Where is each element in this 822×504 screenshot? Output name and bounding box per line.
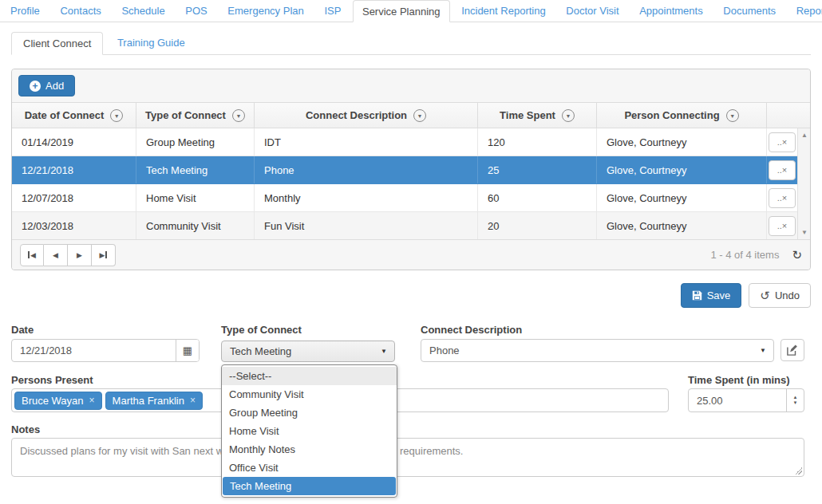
grid-cell: 12/07/2018 — [12, 184, 136, 211]
type-of-connect-dropdown[interactable]: Tech Meeting ▼ — [221, 341, 395, 362]
top-navigation: Profile Contacts Schedule POS Emergency … — [0, 0, 822, 22]
next-page-icon: ▶ — [77, 251, 82, 259]
dropdown-option[interactable]: Home Visit — [222, 422, 397, 440]
undo-button[interactable]: ↺ Undo — [749, 283, 811, 308]
table-row-selected[interactable]: 12/21/2018 Tech Meeting Phone 25 Glove, … — [12, 156, 810, 184]
connect-description-label: Connect Description — [421, 324, 522, 336]
filter-icon[interactable]: ▼ — [413, 109, 426, 122]
nav-item-pos[interactable]: POS — [176, 0, 215, 22]
remove-tag-icon[interactable]: × — [89, 396, 95, 405]
prev-page-icon: ◀ — [53, 251, 58, 259]
nav-item-appointments[interactable]: Appointments — [630, 0, 712, 22]
form-actions: Save ↺ Undo — [670, 283, 811, 308]
notes-textarea[interactable]: Discussed plans for my visit with San ne… — [11, 438, 804, 477]
grid-cell: Phone — [255, 156, 478, 183]
scroll-down-icon[interactable]: ▼ — [798, 227, 811, 238]
time-spent-value: 25.00 — [689, 395, 786, 407]
dropdown-option[interactable]: Group Meeting — [222, 404, 397, 422]
grid-body: 01/14/2019 Group Meeting IDT 120 Glove, … — [12, 128, 810, 240]
spin-down-icon[interactable]: ▼ — [793, 400, 798, 406]
row-edit-delete-button[interactable]: ..× — [769, 216, 796, 236]
column-header-person[interactable]: Person Connecting ▼ — [597, 103, 767, 128]
grid-header-row: Date of Connect ▼ Type of Connect ▼ Conn… — [12, 103, 810, 128]
person-tag-label: Martha Franklin — [113, 395, 184, 407]
time-spent-field[interactable]: 25.00 ▲ ▼ — [688, 388, 804, 412]
pager-buttons: ◀ ◀ ▶ ▶ — [20, 244, 116, 266]
filter-icon[interactable]: ▼ — [562, 109, 575, 122]
column-header-date[interactable]: Date of Connect ▼ — [12, 103, 136, 128]
scroll-up-icon[interactable]: ▲ — [798, 130, 811, 141]
filter-icon[interactable]: ▼ — [232, 109, 245, 122]
dropdown-option[interactable]: Office Visit — [222, 459, 397, 477]
grid-cell: Group Meeting — [136, 128, 255, 156]
connect-description-value: Phone — [421, 345, 760, 356]
nav-item-incident-reporting[interactable]: Incident Reporting — [452, 0, 555, 22]
grid-cell: Monthly — [255, 184, 478, 211]
filter-icon[interactable]: ▼ — [726, 109, 739, 122]
nav-item-reports[interactable]: Reports — [788, 0, 822, 22]
edit-description-button[interactable] — [781, 339, 804, 361]
grid-cell: 01/14/2019 — [12, 128, 136, 156]
pager-prev-button[interactable]: ◀ — [44, 244, 68, 266]
nav-item-schedule[interactable]: Schedule — [113, 0, 173, 22]
pager-first-button[interactable]: ◀ — [20, 244, 44, 266]
remove-tag-icon[interactable]: × — [190, 396, 196, 405]
date-field[interactable]: 12/21/2018 ▦ — [11, 339, 200, 362]
grid-cell: Glove, Courtneyy — [597, 212, 767, 239]
notes-text: requirements. — [400, 445, 463, 457]
column-header-commands — [767, 103, 810, 128]
row-edit-delete-button[interactable]: ..× — [769, 132, 796, 152]
column-header-description[interactable]: Connect Description ▼ — [255, 103, 478, 128]
person-tag: Bruce Wayan × — [14, 392, 102, 410]
dropdown-option[interactable]: --Select-- — [222, 367, 397, 385]
add-plus-icon: + — [30, 81, 41, 92]
dropdown-option-selected[interactable]: Tech Meeting — [223, 477, 396, 495]
table-row[interactable]: 12/03/2018 Community Visit Fun Visit 20 … — [12, 212, 810, 240]
pager-last-button[interactable]: ▶ — [92, 244, 116, 266]
grid-cell: 60 — [478, 184, 597, 211]
save-button-label: Save — [707, 289, 731, 301]
refresh-icon[interactable]: ↻ — [792, 248, 802, 262]
nav-item-isp[interactable]: ISP — [315, 0, 350, 22]
grid-scrollbar[interactable]: ▲ ▼ — [797, 128, 810, 240]
pager-next-button[interactable]: ▶ — [68, 244, 92, 266]
edit-icon — [787, 345, 798, 356]
nav-item-profile[interactable]: Profile — [2, 0, 49, 22]
grid-cell: IDT — [255, 128, 478, 156]
column-header-type[interactable]: Type of Connect ▼ — [136, 103, 255, 128]
nav-item-documents[interactable]: Documents — [714, 0, 784, 22]
type-of-connect-open-list: --Select-- Community Visit Group Meeting… — [221, 364, 397, 498]
save-button[interactable]: Save — [681, 283, 742, 308]
row-edit-delete-button[interactable]: ..× — [769, 188, 796, 208]
date-value: 12/21/2018 — [12, 345, 176, 356]
tab-training-guide[interactable]: Training Guide — [106, 32, 196, 55]
nav-item-emergency-plan[interactable]: Emergency Plan — [219, 0, 312, 22]
nav-item-contacts[interactable]: Contacts — [51, 0, 109, 22]
nav-item-doctor-visit[interactable]: Doctor Visit — [557, 0, 627, 22]
row-edit-delete-button[interactable]: ..× — [769, 160, 796, 180]
table-row[interactable]: 01/14/2019 Group Meeting IDT 120 Glove, … — [12, 128, 810, 156]
add-button-label: Add — [45, 80, 64, 92]
persons-present-label: Persons Present — [11, 374, 93, 386]
nav-item-service-planning[interactable]: Service Planning — [353, 0, 450, 22]
chevron-down-icon: ▼ — [760, 347, 766, 354]
grid-cell: 20 — [478, 212, 597, 239]
calendar-icon[interactable]: ▦ — [176, 340, 199, 361]
date-label: Date — [11, 324, 34, 336]
resize-handle[interactable] — [795, 467, 802, 474]
first-page-icon: ◀ — [30, 251, 36, 259]
column-header-time-spent[interactable]: Time Spent ▼ — [478, 103, 597, 128]
grid-cell: Glove, Courtneyy — [597, 156, 767, 183]
table-row[interactable]: 12/07/2018 Home Visit Monthly 60 Glove, … — [12, 184, 810, 212]
spin-up-icon[interactable]: ▲ — [793, 395, 798, 400]
time-spent-label: Time Spent (in mins) — [688, 374, 790, 386]
page: Profile Contacts Schedule POS Emergency … — [0, 0, 822, 504]
connect-description-combobox[interactable]: Phone ▼ — [421, 339, 774, 362]
notes-label: Notes — [11, 423, 40, 435]
tab-client-connect[interactable]: Client Connect — [11, 32, 103, 55]
dropdown-option[interactable]: Monthly Notes — [222, 440, 397, 459]
save-icon — [692, 290, 702, 301]
dropdown-option[interactable]: Community Visit — [222, 385, 397, 404]
filter-icon[interactable]: ▼ — [110, 109, 123, 122]
add-button[interactable]: + Add — [18, 75, 75, 96]
